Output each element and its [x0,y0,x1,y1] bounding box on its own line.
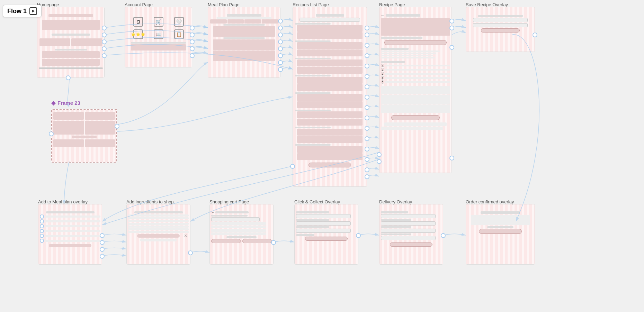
node[interactable] [290,164,295,169]
add-ingredients-overlay-frame: ✕ [126,204,190,265]
node[interactable] [278,26,283,30]
node[interactable] [365,136,369,141]
node[interactable] [365,174,369,179]
node[interactable] [278,46,283,51]
click-collect-label: Click & Collect Overlay [294,199,340,204]
node[interactable] [102,53,107,58]
node[interactable] [365,84,369,89]
node[interactable] [278,53,283,58]
order-confirmed-frame [466,204,535,265]
node[interactable] [365,157,369,162]
node[interactable] [365,105,369,110]
node[interactable] [365,116,369,120]
play-icon[interactable] [29,7,37,15]
node[interactable] [365,167,369,172]
node[interactable] [278,39,283,44]
node[interactable] [365,74,369,79]
node[interactable] [190,26,195,30]
node[interactable] [365,64,369,68]
node[interactable] [66,75,71,80]
meal-plan-page-frame: HEALTHEAT [208,7,280,78]
node[interactable] [278,33,283,37]
node[interactable] [190,53,195,58]
node[interactable] [449,45,454,50]
node[interactable] [365,147,369,152]
node[interactable] [278,67,283,72]
node[interactable] [188,250,193,255]
node[interactable] [115,124,119,129]
recipe-page-frame: HEALTHEAT ← 1 2 3 [379,7,452,173]
recipes-list-frame: HEALTHEAT [293,7,367,187]
node[interactable] [102,46,107,51]
save-recipe-overlay-frame: HEALTHEAT [466,7,535,52]
homepage-frame: HEALTHEAT [37,7,105,78]
shopping-cart-frame: HEALTHEAT ← [209,204,274,265]
flow-label[interactable]: Flow 1 [3,5,42,17]
delivery-overlay-frame [379,204,443,265]
delivery-overlay-label: Delivery Overlay [379,199,412,204]
node[interactable] [365,95,369,100]
add-meal-plan-overlay-label: Add to Meal plan overlay [38,199,88,204]
node[interactable] [100,233,105,238]
diamond-icon: ◆ [51,100,55,106]
node[interactable] [100,240,105,245]
node-inline[interactable] [40,229,44,233]
frame23-title: Frame 23 [57,100,80,106]
meal-plan-page-label: Meal Plan Page [208,2,240,7]
recipes-list-label: Recipes List Page [293,2,329,7]
node-inline[interactable] [40,224,44,228]
node[interactable] [278,19,283,24]
node[interactable] [100,247,105,252]
node[interactable] [533,33,537,37]
node[interactable] [449,19,454,24]
node[interactable] [365,43,369,48]
node[interactable] [278,60,283,65]
node[interactable] [190,39,195,44]
svg-marker-0 [32,10,35,12]
node[interactable] [377,152,382,157]
node-inline[interactable] [40,219,44,223]
node[interactable] [102,39,107,44]
flow-title: Flow 1 [7,8,27,15]
node[interactable] [365,126,369,131]
click-collect-frame [294,204,358,265]
node[interactable] [365,53,369,58]
node[interactable] [100,254,105,259]
node[interactable] [441,233,446,238]
node-inline[interactable] [40,234,44,238]
node[interactable] [190,33,195,37]
account-page-frame: HEALTHEAT 🗓 🛒 🤍 ⭐⭐⭐ 📖 📋 [125,7,192,67]
add-ingredients-label: Add ingredients to shop... [126,199,177,204]
add-meal-plan-overlay-frame [38,204,102,265]
node[interactable] [377,159,382,164]
frame23-page-frame [51,109,117,163]
node[interactable] [49,131,54,136]
node[interactable] [365,26,369,30]
node[interactable] [365,33,369,37]
node-inline[interactable] [40,214,44,219]
node[interactable] [102,33,107,37]
node[interactable] [449,26,454,30]
node[interactable] [449,156,454,160]
frame23-label: ◆ Frame 23 [51,100,80,106]
node[interactable] [190,46,195,51]
node[interactable] [102,26,107,30]
shopping-cart-label: Shopping cart Page [209,199,249,204]
node-inline[interactable] [40,239,44,243]
order-confirmed-label: Order confirmed overlay [466,199,514,204]
node[interactable] [271,240,276,245]
recipe-page-label: Recipe Page [379,2,405,7]
account-page-label: Account Page [125,2,153,7]
save-recipe-overlay-label: Save Recipe Overlay [466,2,508,7]
node[interactable] [356,233,361,238]
